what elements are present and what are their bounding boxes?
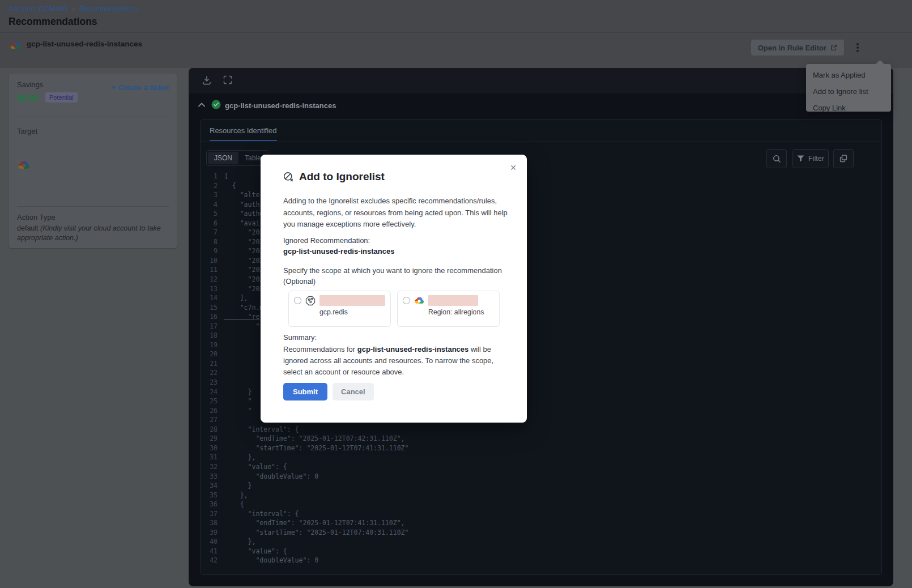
breadcrumb-account-link[interactable]: Account: CCM-NG	[9, 5, 68, 13]
line-content: "re	[224, 312, 259, 322]
line-content: "202	[224, 228, 263, 237]
line-content: "	[224, 397, 252, 406]
code-line: 40 },	[201, 537, 881, 547]
line-number: 30	[201, 444, 224, 453]
breadcrumb-section-link[interactable]: Recommendations	[79, 5, 138, 13]
target-label: Target	[17, 127, 37, 135]
line-content: "	[224, 322, 259, 331]
line-number: 34	[201, 481, 224, 491]
line-number: 38	[201, 518, 224, 528]
line-number: 32	[201, 462, 224, 472]
breadcrumb-separator: >	[72, 6, 75, 12]
line-content: "c7n.m	[224, 303, 263, 313]
copy-button[interactable]	[833, 149, 854, 168]
line-number: 25	[201, 397, 224, 406]
line-number: 12	[201, 275, 224, 284]
line-number: 31	[201, 453, 224, 462]
line-number: 11	[201, 265, 224, 275]
code-line: 31 },	[201, 453, 881, 462]
submit-button[interactable]: Submit	[283, 383, 327, 400]
divider	[17, 117, 169, 117]
savings-label: Savings	[17, 80, 43, 89]
panel-recommendation-title: gcp-list-unused-redis-instances	[225, 101, 336, 110]
recommendation-name: gcp-list-unused-redis-instances	[27, 40, 142, 48]
download-icon[interactable]	[201, 75, 212, 86]
line-content: }	[224, 387, 252, 397]
line-content: "endTime": "2025-01-12T07:41:31.110Z",	[224, 518, 405, 528]
scope-option-resource[interactable]: gcp.redis	[288, 291, 391, 327]
code-line: 29 "endTime": "2025-01-12T07:42:31.110Z"…	[201, 434, 881, 444]
code-line: 30 "startTime": "2025-01-12T07:41:31.110…	[201, 444, 881, 453]
ignored-recommendation-name: gcp-list-unused-redis-instances	[283, 247, 511, 255]
code-line: 39 "startTime": "2025-01-12T07:40:31.110…	[201, 528, 881, 538]
more-options-kebab-button[interactable]	[851, 41, 864, 54]
line-content: "202	[224, 256, 263, 266]
code-line: 41 "value": {	[201, 547, 881, 556]
plus-icon: +	[112, 83, 116, 92]
modal-description: Adding to the Ignorelist excludes specif…	[283, 195, 511, 231]
create-ticket-link[interactable]: + Create a ticket	[112, 83, 169, 92]
radio-region[interactable]	[403, 297, 410, 304]
line-content: },	[224, 537, 255, 547]
recommendation-collapse-row[interactable]: gcp-list-unused-redis-instances	[189, 93, 893, 119]
gcp-cloud-icon	[17, 159, 31, 172]
line-content: "202	[224, 284, 263, 294]
code-line: 38 "endTime": "2025-01-12T07:41:31.110Z"…	[201, 518, 881, 528]
gcp-cloud-icon	[414, 295, 425, 306]
line-number: 14	[201, 293, 224, 303]
close-icon[interactable]: ✕	[510, 163, 517, 172]
line-content: "interval": {	[224, 509, 299, 519]
add-to-ignorelist-modal: ✕ Add to Ignorelist Adding to the Ignore…	[261, 155, 527, 423]
tab-resources-identified[interactable]: Resources Identified	[210, 126, 277, 141]
chevron-up-icon[interactable]	[198, 103, 205, 107]
line-content: },	[224, 453, 255, 462]
breadcrumb: Account: CCM-NG>Recommendations	[9, 5, 138, 13]
line-content: "doubleValue": 0	[224, 556, 318, 564]
line-number: 2	[201, 181, 224, 191]
line-number: 13	[201, 284, 224, 294]
line-number: 26	[201, 406, 224, 416]
open-in-rule-editor-label: Open in Rule Editor	[758, 44, 826, 52]
menu-item-add-to-ignore-list[interactable]: Add to Ignore list	[806, 83, 891, 100]
line-content: "autho	[224, 209, 263, 219]
menu-item-mark-as-applied[interactable]: Mark as Applied	[806, 67, 891, 83]
menu-item-copy-link[interactable]: Copy Link	[806, 100, 891, 116]
scope-label: Specify the scope at which you want to i…	[283, 265, 503, 287]
radio-resource[interactable]	[294, 297, 301, 304]
line-content: "startTime": "2025-01-12T07:40:31.110Z"	[224, 528, 408, 538]
page-header: Account: CCM-NG>Recommendations Recommen…	[0, 0, 912, 68]
line-number: 8	[201, 237, 224, 247]
line-number: 41	[201, 547, 224, 556]
view-toggle: JSON Table	[206, 150, 269, 166]
code-line: 32 "value": {	[201, 462, 881, 472]
search-button[interactable]	[766, 149, 787, 168]
fullscreen-icon[interactable]	[223, 75, 234, 86]
view-toggle-json[interactable]: JSON	[208, 152, 238, 164]
tab-strip: Resources Identified	[201, 120, 881, 142]
open-in-rule-editor-button[interactable]: Open in Rule Editor	[751, 40, 844, 56]
cancel-button[interactable]: Cancel	[333, 383, 374, 400]
action-type-label: Action Type	[17, 213, 56, 221]
success-check-icon	[211, 100, 221, 109]
line-content: "interval": {	[224, 425, 299, 434]
line-number: 36	[201, 500, 224, 509]
page-title: Recommendations	[8, 16, 97, 28]
line-content: "202	[224, 275, 263, 284]
line-number: 39	[201, 528, 224, 538]
ignore-icon	[283, 172, 294, 182]
savings-amount: $6.66	[17, 93, 39, 103]
external-link-icon	[830, 44, 837, 51]
line-content: "value": {	[224, 547, 287, 556]
line-content: }	[224, 481, 252, 491]
line-number: 4	[201, 200, 224, 210]
scope-option-region[interactable]: Region: allregions	[397, 291, 500, 327]
action-type-note: (Kindly visit your cloud account to take…	[17, 224, 161, 242]
search-icon	[773, 155, 781, 163]
line-number: 19	[201, 340, 224, 350]
create-ticket-label: Create a ticket	[118, 83, 169, 92]
line-content: "202	[224, 265, 263, 275]
filter-button[interactable]: Filter	[792, 149, 829, 168]
redacted-resource-name	[319, 295, 385, 306]
line-number: 20	[201, 350, 224, 359]
modal-title: Add to Ignorelist	[299, 171, 385, 183]
